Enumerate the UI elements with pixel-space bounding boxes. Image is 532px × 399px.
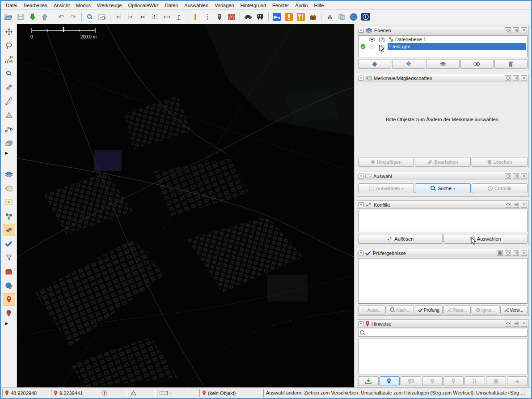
reopen-note-button[interactable] — [443, 376, 464, 386]
relations-toggle-button[interactable] — [3, 210, 15, 222]
lasso-mode-button[interactable] — [3, 39, 15, 52]
detach-button[interactable] — [505, 321, 511, 327]
upload-button[interactable] — [39, 11, 51, 23]
changesets-toggle-button[interactable] — [3, 265, 15, 278]
dock-button[interactable] — [513, 321, 519, 327]
dock-button[interactable] — [513, 75, 519, 81]
delete-tag-button[interactable]: Löschen — [472, 157, 528, 167]
preset-bus-button[interactable] — [254, 11, 266, 23]
close-note-button[interactable] — [422, 376, 443, 386]
detach-button[interactable] — [505, 173, 511, 179]
parallel-mode-button[interactable] — [3, 95, 15, 107]
preset-restaurant-button[interactable] — [295, 11, 307, 23]
zoom-selection-button[interactable] — [84, 11, 96, 23]
layers-toggle-button[interactable] — [3, 168, 15, 181]
layer-delete-button[interactable] — [494, 59, 528, 69]
preset-emergency-button[interactable] — [283, 11, 295, 23]
preset-castle-button[interactable] — [307, 11, 319, 23]
menu-datei[interactable]: Datei — [3, 2, 21, 9]
preset-barrier-button[interactable] — [190, 11, 201, 23]
preset-pole-button[interactable] — [202, 11, 213, 23]
collapse-button[interactable]: ▾ — [359, 250, 363, 255]
menu-vorlagen[interactable]: Vorlagen — [211, 2, 237, 9]
detach-button[interactable] — [505, 27, 511, 33]
validator-lookup-button[interactable]: Nach... — [387, 306, 414, 314]
search-menu-button[interactable]: Suche▾ — [415, 183, 471, 193]
filter-toggle-button[interactable] — [3, 251, 15, 264]
layer-name-cell[interactable]: *test.gpx — [388, 43, 526, 50]
comment-note-button[interactable] — [401, 376, 421, 386]
add-note-button[interactable] — [380, 376, 400, 386]
zoom-mode-button[interactable] — [3, 67, 15, 80]
markers-toggle-button[interactable] — [3, 293, 15, 306]
copy-button[interactable] — [336, 11, 347, 23]
close-button[interactable]: × — [521, 173, 527, 179]
menu-ansicht[interactable]: Ansicht — [51, 2, 73, 9]
notes-search-input[interactable] — [367, 330, 526, 335]
more-modes-button[interactable]: ▶ — [4, 150, 14, 156]
tags-toggle-button[interactable] — [3, 182, 15, 195]
validator-check-button[interactable]: Prüfung — [415, 306, 443, 314]
menu-modus[interactable]: Modus — [73, 2, 94, 9]
lookup-button[interactable]: ▦ — [497, 250, 503, 256]
open-file-button[interactable] — [3, 11, 14, 23]
validator-select-button[interactable]: Ausw... — [358, 306, 386, 314]
select-conflict-button[interactable]: Auswählen — [443, 234, 528, 244]
menu-bearbeiten[interactable]: Bearbeiten — [21, 2, 51, 9]
close-button[interactable]: × — [521, 202, 527, 208]
validator-fix-button[interactable]: Repa... — [443, 306, 471, 314]
collapse-button[interactable]: ▾ — [359, 321, 363, 326]
menu-daten[interactable]: Daten — [162, 2, 181, 9]
validator-manage-button[interactable]: Verw... — [500, 306, 528, 314]
node-spacing-d-button[interactable] — [149, 11, 160, 23]
undo-button[interactable]: ↶ — [55, 11, 67, 23]
layer-merge-button[interactable] — [426, 59, 459, 69]
detach-button[interactable] — [505, 202, 511, 208]
follow-line-mode-button[interactable] — [3, 123, 15, 135]
download-button[interactable] — [27, 11, 38, 23]
redo-button[interactable]: ↷ — [68, 11, 79, 23]
select-menu-button[interactable]: Auswählen▾ — [358, 183, 414, 193]
node-spacing-a-button[interactable] — [113, 11, 124, 23]
notes-toggle-button[interactable] — [3, 279, 15, 292]
audio-toggle-button[interactable] — [3, 307, 15, 319]
validator-list[interactable] — [358, 258, 528, 304]
menu-optionalewkz[interactable]: OptionaleWkz — [125, 2, 161, 9]
collapse-button[interactable]: ▾ — [359, 76, 363, 81]
download-notes-button[interactable] — [358, 376, 379, 386]
download-area-button[interactable] — [96, 11, 108, 23]
dock-button[interactable] — [513, 27, 519, 33]
dock-button[interactable] — [513, 250, 519, 256]
save-button[interactable] — [15, 11, 26, 23]
menu-auswaehlen[interactable]: Auswählen — [181, 2, 211, 9]
map-canvas[interactable]: 0 200.0 m — [17, 24, 354, 387]
menu-hilfe[interactable]: Hilfe — [311, 2, 327, 9]
note-state-button[interactable] — [486, 376, 507, 386]
preset-wall-button[interactable] — [226, 11, 237, 23]
visibility-eye-icon[interactable] — [368, 45, 376, 49]
preset-parking-meter-button[interactable] — [214, 11, 225, 23]
collapse-button[interactable]: ▾ — [359, 202, 363, 207]
node-spacing-c-button[interactable] — [137, 11, 148, 23]
dock-button[interactable] — [513, 202, 519, 208]
detach-button[interactable] — [505, 75, 511, 81]
layer-visibility-button[interactable] — [460, 59, 494, 69]
layer-row[interactable]: [1] *test.gpx — [359, 43, 527, 50]
sort-notes-button[interactable] — [464, 376, 485, 386]
detach-button[interactable] — [505, 250, 511, 256]
layer-move-up-button[interactable] — [358, 59, 391, 69]
improve-accuracy-mode-button[interactable] — [3, 109, 15, 121]
close-button[interactable]: × — [521, 250, 527, 256]
preset-internet-button[interactable] — [348, 11, 359, 23]
collapse-button[interactable]: ▾ — [359, 28, 363, 33]
height-tool-button[interactable] — [173, 11, 185, 23]
preset-chart-button[interactable] — [324, 11, 335, 23]
resolve-conflict-button[interactable]: Auflösen — [358, 234, 443, 244]
menu-werkzeuge[interactable]: Werkzeuge — [94, 2, 125, 9]
delete-mode-button[interactable] — [3, 81, 15, 93]
notes-search-field[interactable] — [358, 329, 528, 337]
selection-toggle-button[interactable] — [3, 196, 15, 208]
history-button[interactable]: Chronik — [472, 183, 528, 193]
more-toggles-button[interactable]: ▶ — [4, 321, 14, 326]
add-tag-button[interactable]: Hinzufügen — [358, 157, 414, 167]
